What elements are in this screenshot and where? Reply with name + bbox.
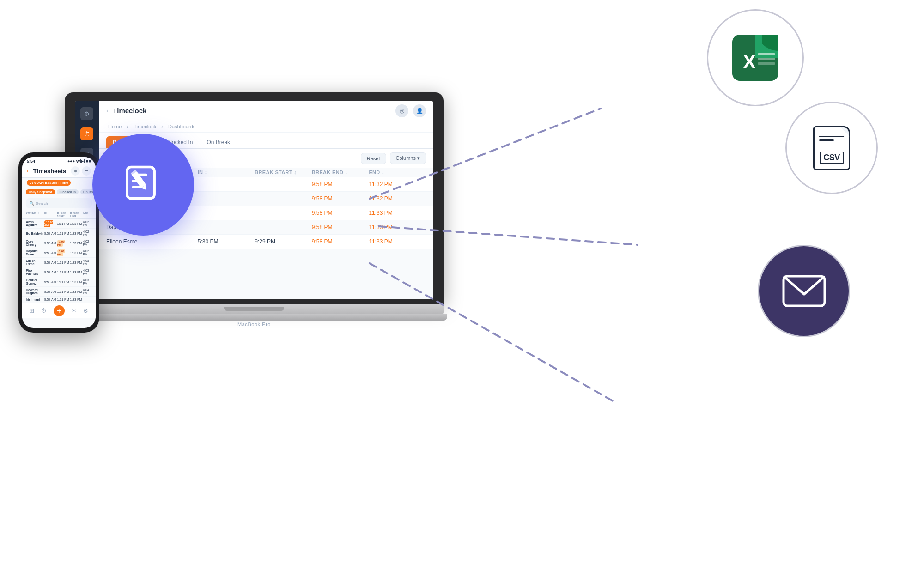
ph-worker: Bo Baldwin xyxy=(26,232,44,235)
svg-rect-16 xyxy=(758,62,775,65)
ph-th-break-start: Break Start xyxy=(57,211,70,218)
phone-row: Firo Fuentes 9:58 AM 1:01 PM 1:33 PM 4:0… xyxy=(22,267,96,277)
phone-title: Timesheets xyxy=(31,168,68,175)
ph-break-start: 1:01 PM xyxy=(57,222,70,225)
filter-daily-snapshot[interactable]: Daily Snapshot xyxy=(26,189,55,194)
breadcrumb-home[interactable]: Home xyxy=(108,124,122,129)
phone-nav-home[interactable]: ⊞ xyxy=(30,308,34,314)
ph-break-end: 1:33 PM xyxy=(70,261,83,264)
breadcrumb-timeclock[interactable]: Timeclock xyxy=(134,124,156,129)
phone-row: Daphne Dunn 9:58 AM 1:01 PM 1:33 PM 4:02… xyxy=(22,248,96,258)
th-in: In ↕ xyxy=(198,170,255,175)
csv-file-icon: CSV xyxy=(813,126,850,170)
scene: ⚙ ⏱ ⊞ ‹ Timeclock ◎ 👤 xyxy=(0,0,924,576)
phone-row: Howard Hughes 9:58 AM 1:01 PM 1:33 PM 4:… xyxy=(22,287,96,297)
table-row: Eileen Esme 5:30 PM 9:29 PM 9:58 PM 11:3… xyxy=(99,235,433,249)
phone-signal: ●●● WiFi ■■ xyxy=(67,159,91,164)
breadcrumb-sep2: › xyxy=(161,124,163,129)
ph-in: 9:58 AM xyxy=(44,232,57,235)
breadcrumb: Home › Timeclock › Dashboards xyxy=(99,121,433,133)
ph-in: 9:58 AM xyxy=(44,271,57,274)
breadcrumb-dashboards[interactable]: Dashboards xyxy=(168,124,195,129)
th-break-end: Break End ↕ xyxy=(312,170,369,175)
ph-break-start: 1:01 PM xyxy=(57,280,70,284)
phone: 5:54 ●●● WiFi ■■ ‹ Timesheets ⊕ ☰ 07/05/… xyxy=(18,152,99,333)
cell-break-end: 9:58 PM xyxy=(312,195,369,202)
csv-line-2 xyxy=(819,139,834,141)
sidebar-timeclock-icon[interactable]: ⏱ xyxy=(80,127,93,140)
ph-break-end: 1:33 PM xyxy=(70,242,83,245)
ph-out: 4:03 PM xyxy=(83,269,92,275)
sidebar-gear-icon[interactable]: ⚙ xyxy=(80,107,93,120)
phone-date-badge: 07/05/24 Eastern Time xyxy=(27,180,71,186)
phone-screen: 5:54 ●●● WiFi ■■ ‹ Timesheets ⊕ ☰ 07/05/… xyxy=(22,157,96,328)
ph-in: 9:58 AM xyxy=(44,261,57,264)
ph-break-end: 1:33 PM xyxy=(70,290,83,293)
ph-out: 4:03 PM xyxy=(83,259,92,266)
phone-nav-clock[interactable]: ⏱ xyxy=(41,308,47,314)
ph-worker: Howard Hughes xyxy=(26,288,44,295)
phone-action-1[interactable]: ⊕ xyxy=(71,166,80,176)
laptop-base xyxy=(65,304,444,314)
ph-break-end: 1:33 PM xyxy=(70,251,83,255)
ph-worker: Eileen Esme xyxy=(26,259,44,266)
phone-row: Alvin Aguirre 10:00 AM 1:01 PM 1:33 PM 4… xyxy=(22,219,96,229)
ph-worker: Cory Cherry xyxy=(26,240,44,246)
export-circles-container: X CSV xyxy=(610,9,896,425)
macbook-label: MacBook Pro xyxy=(65,321,444,327)
excel-icon: X xyxy=(725,28,785,88)
email-icon xyxy=(782,275,826,307)
phone-nav-settings[interactable]: ⚙ xyxy=(83,308,88,314)
back-arrow-icon[interactable]: ‹ xyxy=(106,107,108,114)
phone-rows: Alvin Aguirre 10:00 AM 1:01 PM 1:33 PM 4… xyxy=(22,219,96,303)
th-end: End ↕ xyxy=(369,170,426,175)
phone-col-headers: Worker ↑ In Break Start Break End Out xyxy=(22,210,96,219)
cell-break-end: 9:58 PM xyxy=(312,210,369,216)
phone-nav-scissors[interactable]: ✂ xyxy=(72,308,76,314)
edit-icon xyxy=(118,159,169,210)
phone-header: ‹ Timesheets ⊕ ☰ xyxy=(22,164,96,178)
ph-out: 4:02 PM xyxy=(83,230,92,236)
search-placeholder: Search xyxy=(36,201,48,206)
ph-worker: Daphne Dunn xyxy=(26,249,44,256)
ph-break-start: 1:01 PM xyxy=(57,261,70,264)
phone-nav-add-button[interactable]: + xyxy=(54,305,65,316)
phone-actions: ⊕ ☰ xyxy=(71,166,91,176)
cell-end: 11:33 PM xyxy=(369,224,426,230)
cell-end: 11:33 PM xyxy=(369,210,426,216)
ph-in: 10:00 AM xyxy=(44,220,57,227)
edit-overlay-circle xyxy=(92,134,194,236)
phone-filters: Daily Snapshot Clocked In On Break More xyxy=(22,188,96,196)
ph-th-out: Out xyxy=(83,211,92,218)
cell-break-end: 9:58 PM xyxy=(312,224,369,230)
ph-in: 9:58 AM xyxy=(44,242,57,245)
email-circle[interactable] xyxy=(758,245,850,337)
topbar-icon-1[interactable]: ◎ xyxy=(395,104,408,117)
ph-th-break-end: Break End xyxy=(70,211,83,218)
excel-circle[interactable]: X xyxy=(707,9,804,106)
ph-break-end: 1:33 PM xyxy=(70,280,83,284)
cell-in: 5:30 PM xyxy=(198,238,255,245)
cell-break-start: 9:29 PM xyxy=(255,238,312,245)
cell-end: 11:32 PM xyxy=(369,195,426,202)
csv-label: CSV xyxy=(820,152,844,164)
topbar-avatar[interactable]: 👤 xyxy=(413,104,426,117)
ph-break-start: 1:01 PM xyxy=(57,290,70,293)
ph-worker: Gabriel Gomez xyxy=(26,279,44,285)
csv-circle[interactable]: CSV xyxy=(785,102,878,194)
columns-button[interactable]: Columns ▾ xyxy=(390,152,426,164)
tab-on-break[interactable]: On Break xyxy=(200,136,237,148)
phone-time: 5:54 xyxy=(27,159,35,164)
reset-button[interactable]: Reset xyxy=(361,153,386,164)
phone-action-2[interactable]: ☰ xyxy=(82,166,91,176)
cell-end: 11:32 PM xyxy=(369,181,426,188)
phone-row: Gabriel Gomez 9:58 AM 1:01 PM 1:33 PM 4:… xyxy=(22,277,96,287)
ph-break-end: 1:33 PM xyxy=(70,222,83,225)
cell-break-end: 9:58 PM xyxy=(312,238,369,245)
ph-break-start: 1:01 PM xyxy=(57,232,70,235)
filter-clocked-in[interactable]: Clocked In xyxy=(57,189,79,194)
phone-back-icon[interactable]: ‹ xyxy=(27,168,29,174)
ph-break-end: 1:33 PM xyxy=(70,232,83,235)
svg-rect-15 xyxy=(758,58,775,60)
cell-worker: Eileen Esme xyxy=(106,238,198,245)
